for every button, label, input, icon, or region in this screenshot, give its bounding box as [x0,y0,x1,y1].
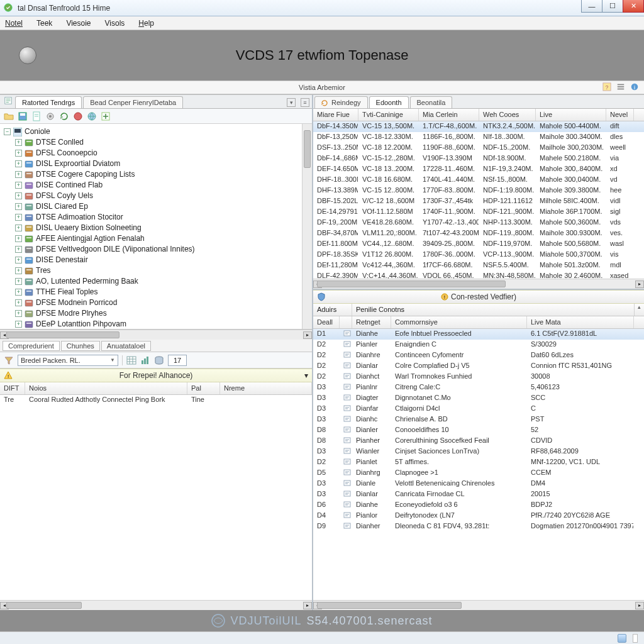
tab[interactable]: Bead Cenper FienryIDetaba [83,96,183,108]
table-row[interactable]: D4PianlorDeifrytonodex (LN7PfR./7240 20Y… [313,511,644,521]
tree-item[interactable]: + DFSE Modre Plryhes [15,308,311,319]
tree-item[interactable]: + Tres [15,265,311,276]
col-header[interactable]: Noios [25,382,187,394]
expand-icon[interactable]: + [15,289,22,296]
left-grid-body[interactable]: TreCooral Rudted Adthotly Connectel Ping… [0,395,312,600]
table-row[interactable]: D1DianheEofe lnbtuel Pressoecled6.1 C5tF… [313,329,644,340]
expand-icon[interactable]: + [15,299,22,306]
tree-item[interactable]: + DTSE Adimoation Stocitor [15,212,311,223]
tree-item[interactable]: + AO, Lutented Pederming Baak [15,276,311,287]
close-panel-icon[interactable]: ▾ [304,371,308,380]
menu-item[interactable]: Help [138,19,154,28]
horizontal-scrollbar[interactable]: ◂ ▸ [0,600,312,610]
refresh-icon[interactable] [59,111,69,121]
add-icon[interactable] [101,111,111,121]
chart-icon[interactable] [140,355,150,365]
minimize-button[interactable]: — [581,0,602,13]
table-row[interactable]: DEf-11.800MVC44.,12..680M.39409-25.,800M… [313,239,644,250]
table-row[interactable]: DE-14,29791.VOf-11.12.580M1740F-11.,900M… [313,207,644,218]
table-row[interactable]: DHF-13.389MVC-15 12..800M.1770F-83..800M… [313,186,644,196]
table-row[interactable]: D2DianhreContinceen CyfomentrDat60 6dLze… [313,350,644,361]
tab[interactable]: Edoonth [369,96,409,108]
stop-icon[interactable] [73,111,83,121]
tree-item[interactable]: + DISE Denestair [15,255,311,265]
close-button[interactable]: ✕ [623,0,644,13]
tree-item[interactable]: + DEeP Lotanttion Pihpovam [15,319,311,329]
table-row[interactable]: DSF-13..250MVC-18 12.200M.1190F-88.,600M… [313,143,644,153]
table-row[interactable]: DPF-18.35SKV1T12 26.800M.1780F-36..000M.… [313,250,644,260]
scroll-up-icon[interactable]: ▴ [634,304,644,316]
expand-icon[interactable]: + [15,171,22,178]
menu-item[interactable]: Visols [105,19,125,28]
col-header[interactable]: DIFT [0,382,25,394]
bottom-tab[interactable]: Compredurient [3,341,60,351]
table-row[interactable]: DBF-15.202LV/C-12 18.,600M1730F-37.,454t… [313,196,644,207]
col-header[interactable]: Weh Cooes [479,109,536,121]
tree-item[interactable]: + TTHE Fieal Toples [15,287,311,297]
expand-icon[interactable]: + [15,214,22,221]
globe-icon[interactable] [87,111,97,121]
col-header[interactable]: Mia Cerlein [419,109,479,121]
table-row[interactable]: D6DianheEconeyodiefold o3 6BDPJ2 [313,500,644,511]
list-icon[interactable] [616,82,625,92]
col-header[interactable]: Pal [187,382,220,394]
vertical-scrollbar[interactable] [302,124,312,329]
combo-select[interactable]: Bredel Packen. RL. ▼ [18,355,118,366]
table-row[interactable]: D3DianleVelottl Betenenicaing Chirenoles… [313,479,644,489]
table-row[interactable]: D5DianhrgClapnogee >1CCEM [313,468,644,479]
help-icon[interactable]: ? [602,82,611,92]
tree-view[interactable]: − Coniole + DTSE Conlled+ DFSL Coonoepci… [0,124,312,329]
info-icon[interactable]: i [630,82,639,92]
tree-item[interactable]: + DFSL Coonoepcio [15,148,311,158]
tab-menu-icon[interactable]: ≡ [301,98,309,107]
table-row[interactable]: DEf-11,280MVc412-44,,360M.1f7CF-66.680M.… [313,260,644,271]
table-row[interactable]: D2PianlerEnaigndien CS/30029 [313,340,644,350]
col-header[interactable]: Nevel [606,109,634,121]
col-header[interactable]: Commornsiye [391,316,527,328]
horizontal-scrollbar[interactable]: ◂ ▸ [0,330,312,340]
expand-icon[interactable]: + [15,310,22,317]
expand-icon[interactable]: + [15,203,22,210]
table-row[interactable]: D3DianlarCanricata Firnodae CL20015 [313,489,644,500]
col-header[interactable]: Deall [313,316,340,328]
table-row[interactable]: DbF-14.,686MVC-15-12.,280M.V190F-13.390M… [313,153,644,164]
scroll-right-icon[interactable]: ▸ [303,602,312,609]
tab-dropdown-icon[interactable]: ▾ [287,98,296,107]
col-header[interactable]: Penilie Conotns [352,304,634,316]
table-row[interactable]: DbF-14.350MVC-15 13,.500M.1.T/CF-48.,600… [313,121,644,132]
expand-icon[interactable]: + [15,278,22,285]
table-row[interactable]: D3DianhcChrienalse A. BDPST [313,414,644,425]
tab[interactable]: Ratorted Tendrgs [15,96,82,108]
col-header[interactable]: Tvti-Caninige [358,109,419,121]
expand-icon[interactable]: + [15,235,22,242]
gear-icon[interactable] [45,111,55,121]
expand-icon[interactable]: + [15,257,22,264]
resize-grip-icon[interactable] [633,634,638,643]
table-row[interactable]: DHF-18..300MVC-18 16.680M.1740L-41..440M… [313,175,644,186]
col-header[interactable]: Retnget [352,316,391,328]
bottom-tab[interactable]: Chunhes [61,341,100,351]
col-header[interactable]: Aduirs [313,304,352,316]
table-row[interactable]: DLF-42.390M.V:C+14.,44.360M.VDOL 66.,450… [313,271,644,279]
table-row[interactable]: D3WianlerCinjset Sacionces LonTrva)RF88,… [313,447,644,457]
right-top-grid-body[interactable]: DbF-14.350MVC-15 13,.500M.1.T/CF-48.,600… [313,121,644,279]
table-row[interactable]: D2DianlarColre Complafied D-j V5Connion … [313,361,644,372]
expand-icon[interactable]: + [15,192,22,199]
table-row[interactable]: TreCooral Rudted Adthotly Connectel Ping… [0,395,312,406]
disk-icon[interactable] [18,111,28,121]
col-header[interactable]: Live Mata [527,316,634,328]
table-row[interactable]: D2Pianlet5T affimes.MNf-12200, VC1. UDL [313,457,644,468]
db-icon[interactable] [154,355,164,365]
folder-icon[interactable] [4,111,14,121]
tree-item[interactable]: + DTSE Cogere Capoping Lists [15,169,311,180]
right-mid-grid-body[interactable]: D1DianheEofe lnbtuel Pressoecled6.1 C5tF… [313,329,644,600]
expand-icon[interactable]: − [4,128,11,135]
page-icon[interactable] [31,111,42,121]
table-row[interactable]: D8DianlerConooeldifhes 1052 [313,425,644,436]
bottom-tab[interactable]: Anuatataloel [101,341,151,351]
table-row[interactable]: D9DianherDleoneda C 81 FDV4, 93.281t:Dog… [313,521,644,532]
expand-icon[interactable]: + [15,182,22,189]
table-row[interactable]: DBF-34,870M.VLM11.20,:800M.7t107-42-43.2… [313,228,644,239]
table-row[interactable]: DF-19,.200MVE418.28.680M.Y1707-42.-13.,4… [313,218,644,228]
horizontal-scrollbar[interactable]: ◂ ▸ [313,600,644,610]
